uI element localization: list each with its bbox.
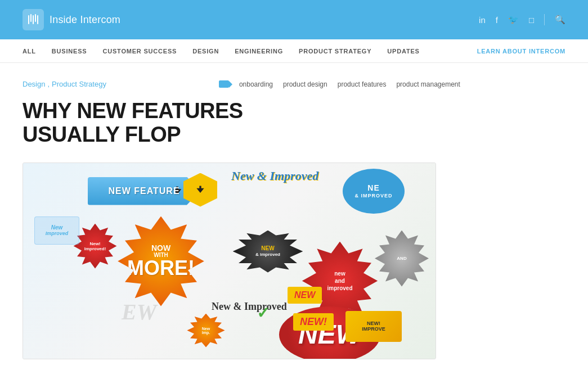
badge-small-bottom: NewImp. (186, 314, 226, 348)
nav-items: ALL BUSINESS CUSTOMER SUCCESS DESIGN ENG… (23, 39, 477, 63)
nav-item-business[interactable]: BUSINESS (44, 39, 95, 63)
rss-icon[interactable]: □ (529, 15, 534, 25)
svg-rect-0 (28, 15, 29, 24)
nav-item-design[interactable]: DESIGN (185, 39, 227, 63)
design-tag-link[interactable]: Design (23, 80, 45, 88)
badge-new-improved-handwritten: New & Improved (212, 301, 287, 313)
badge-new-yellow: NEW (288, 287, 322, 304)
filter-tag-product-design[interactable]: product design (283, 80, 327, 88)
badge-ne-improved: NE & IMPROVED (343, 169, 405, 214)
svg-rect-2 (33, 15, 34, 24)
svg-rect-1 (30, 14, 32, 22)
header-divider (544, 14, 545, 25)
nav-item-all[interactable]: ALL (23, 39, 44, 63)
badge-new-bottom-yellow: NEW! (293, 313, 334, 331)
header: Inside Intercom in f 🐦 □ 🔍 (0, 0, 588, 39)
badge-new-improved-black: NEW & improved (231, 231, 304, 273)
filter-tags: onboarding product design product featur… (219, 80, 460, 88)
nav-item-customer-success[interactable]: CUSTOMER SUCCESS (95, 39, 185, 63)
search-icon[interactable]: 🔍 (555, 15, 565, 25)
badge-new-improved-small: New!Improved! (73, 224, 118, 269)
nav-item-product-strategy[interactable]: PRODUCT STRATEGY (291, 39, 379, 63)
header-right: in f 🐦 □ 🔍 (479, 14, 565, 25)
svg-rect-8 (199, 186, 201, 190)
twitter-icon[interactable]: 🐦 (508, 15, 519, 25)
checkmark-icon: ✓ (257, 304, 270, 322)
logo-text: Inside Intercom (50, 14, 120, 26)
badge-new-improved-script: New & Improved (231, 169, 318, 183)
logo-area[interactable]: Inside Intercom (23, 9, 120, 30)
collage: NEW FEATURE New & Improved NE & IMPRO (23, 163, 436, 359)
tag-separator: , (47, 80, 50, 88)
filter-tag-onboarding[interactable]: onboarding (239, 80, 273, 88)
nav-item-updates[interactable]: UPDATES (379, 39, 427, 63)
category-tags: Design , Product Strategy (23, 80, 106, 88)
badge-grey-starburst: AND (374, 231, 430, 287)
svg-rect-3 (35, 14, 36, 22)
nav-cta-button[interactable]: LEARN ABOUT INTERCOM (477, 48, 565, 55)
tag-label-icon (219, 80, 229, 88)
product-strategy-tag-link[interactable]: Product Strategy (52, 80, 106, 88)
filter-tag-product-management[interactable]: product management (396, 80, 460, 88)
badge-ew-cursive: EW (122, 299, 156, 325)
logo-icon (23, 9, 44, 30)
article-hero-image: NEW FEATURE New & Improved NE & IMPRO (23, 163, 436, 359)
article-content: Design , Product Strategy onboarding pro… (0, 63, 588, 376)
badge-new-blue-script: New Improved (34, 216, 79, 245)
svg-rect-4 (37, 15, 38, 24)
filter-tag-product-features[interactable]: product features (338, 80, 387, 88)
badge-new-improved-bottomright: NEW! IMPROVE (345, 311, 402, 342)
nav-item-engineering[interactable]: ENGINEERING (227, 39, 291, 63)
tags-row: Design , Product Strategy onboarding pro… (23, 80, 565, 88)
badge-now-more: NOW with MORE! (116, 216, 206, 306)
main-nav: ALL BUSINESS CUSTOMER SUCCESS DESIGN ENG… (0, 39, 588, 63)
article-title: WHY NEW FEATURES USUALLY FLOP (23, 100, 304, 147)
facebook-icon[interactable]: f (496, 15, 498, 25)
linkedin-icon[interactable]: in (479, 15, 486, 25)
